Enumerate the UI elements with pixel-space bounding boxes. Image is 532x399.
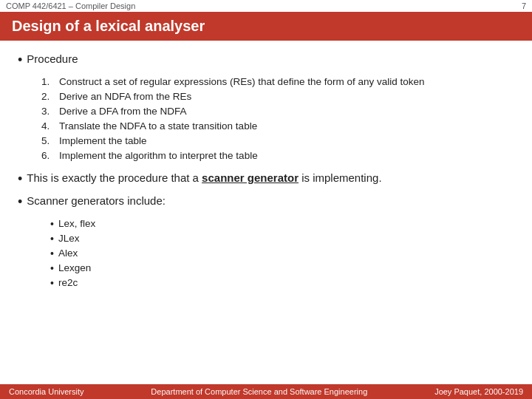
sub-dot-3: • bbox=[50, 248, 54, 259]
sub-dot-4: • bbox=[50, 262, 54, 274]
step-3-num: 3. bbox=[41, 106, 53, 117]
scanner-suffix: is implementing. bbox=[299, 171, 382, 184]
sub-dot-1: • bbox=[50, 218, 54, 230]
step-6-text: Implement the algorithm to interpret the… bbox=[59, 150, 258, 161]
bullet-dot-generators: • bbox=[18, 194, 22, 211]
step-2: 2. Derive an NDFA from the REs bbox=[41, 91, 514, 102]
sub-dot-2: • bbox=[50, 233, 54, 245]
step-2-text: Derive an NDFA from the REs bbox=[59, 91, 191, 102]
scanner-intro-section: • This is exactly the procedure that a s… bbox=[18, 171, 514, 188]
generator-4-name: Lexgen bbox=[58, 262, 91, 274]
footer-center: Department of Computer Science and Softw… bbox=[151, 387, 367, 396]
step-2-num: 2. bbox=[41, 91, 53, 102]
course-title: COMP 442/6421 – Compiler Design bbox=[6, 1, 135, 10]
step-1-num: 1. bbox=[41, 76, 53, 87]
step-3: 3. Derive a DFA from the NDFA bbox=[41, 106, 514, 117]
step-5-num: 5. bbox=[41, 135, 53, 146]
step-6: 6. Implement the algorithm to interpret … bbox=[41, 150, 514, 161]
scanner-prefix: This is exactly the procedure that a bbox=[27, 171, 202, 184]
step-5: 5. Implement the table bbox=[41, 135, 514, 146]
step-6-num: 6. bbox=[41, 150, 53, 161]
generators-section: • Scanner generators include: bbox=[18, 194, 514, 211]
generator-item-5: • re2c bbox=[50, 277, 514, 289]
slide-header: Design of a lexical analyser bbox=[0, 12, 532, 41]
generator-item-2: • JLex bbox=[50, 233, 514, 245]
bullet-dot-procedure: • bbox=[18, 52, 22, 69]
generators-list: • Lex, flex • JLex • Alex • Lexgen • re2… bbox=[50, 218, 514, 289]
top-bar: COMP 442/6421 – Compiler Design 7 bbox=[0, 0, 532, 12]
step-4-text: Translate the NDFA to a state transition… bbox=[59, 120, 257, 132]
generator-item-1: • Lex, flex bbox=[50, 218, 514, 230]
procedure-label: Procedure bbox=[27, 52, 78, 65]
step-4: 4. Translate the NDFA to a state transit… bbox=[41, 120, 514, 132]
generator-3-name: Alex bbox=[58, 248, 78, 259]
generator-2-name: JLex bbox=[58, 233, 80, 245]
step-1-text: Construct a set of regular expressions (… bbox=[59, 76, 425, 87]
step-1: 1. Construct a set of regular expression… bbox=[41, 76, 514, 87]
scanner-highlight: scanner generator bbox=[202, 171, 299, 184]
generator-item-3: • Alex bbox=[50, 248, 514, 259]
step-3-text: Derive a DFA from the NDFA bbox=[59, 106, 187, 117]
slide-number: 7 bbox=[522, 1, 526, 10]
step-4-num: 4. bbox=[41, 120, 53, 132]
sub-dot-5: • bbox=[50, 277, 54, 289]
procedure-section: • Procedure bbox=[18, 52, 514, 69]
generator-5-name: re2c bbox=[58, 277, 78, 289]
footer: Concordia University Department of Compu… bbox=[0, 384, 532, 399]
scanner-intro-text: This is exactly the procedure that a sca… bbox=[27, 171, 381, 184]
step-5-text: Implement the table bbox=[59, 135, 147, 146]
generators-label: Scanner generators include: bbox=[27, 194, 166, 207]
procedure-list: 1. Construct a set of regular expression… bbox=[41, 76, 514, 161]
generator-item-4: • Lexgen bbox=[50, 262, 514, 274]
slide-title: Design of a lexical analyser bbox=[12, 18, 205, 34]
bullet-dot-scanner: • bbox=[18, 171, 22, 188]
footer-left: Concordia University bbox=[9, 387, 83, 396]
slide-content: • Procedure 1. Construct a set of regula… bbox=[0, 41, 532, 304]
generator-1-name: Lex, flex bbox=[58, 218, 95, 230]
footer-right: Joey Paquet, 2000-2019 bbox=[434, 387, 523, 396]
